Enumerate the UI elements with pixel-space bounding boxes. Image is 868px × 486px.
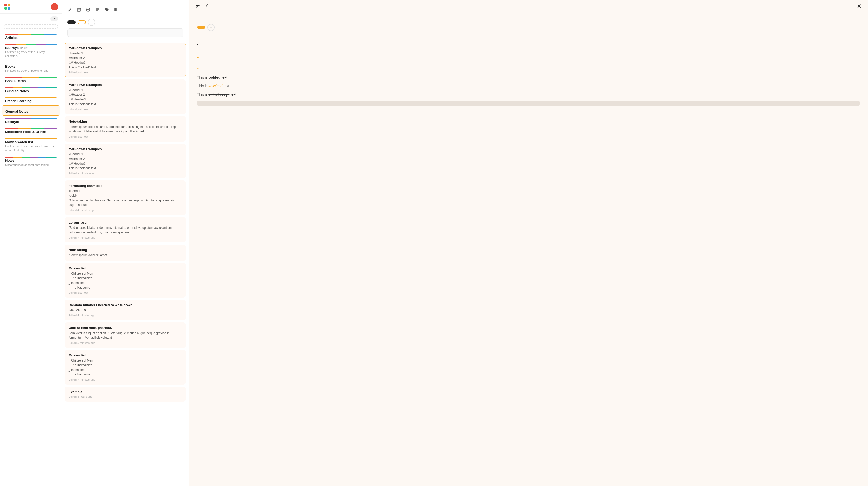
toolbar [67,7,183,16]
italic-text: italicised [209,84,222,88]
bundle-desc: Uncategorised general note-taking [5,163,57,167]
note-card-time: Edited 4 minutes ago [68,314,182,317]
sidebar-item-melbourne[interactable]: Melbourne Food & Drinks [2,126,60,136]
md-strike-paragraph: This is strikethrough text. [197,91,860,98]
note-card-title: Note-taking [68,248,182,252]
layout-icon [86,7,91,12]
detail-toolbar [189,0,868,13]
note-card[interactable]: Markdown Examples #Header 1##Header 2###… [65,43,186,78]
bundle-bar [5,118,57,119]
bundles-header: ▾ [0,14,62,23]
sidebar-list: Articles Blu-rays shelf For keeping trac… [0,31,62,481]
note-card[interactable]: Markdown Examples #Header 1##Header 2###… [65,144,186,178]
filter-general-button[interactable] [78,21,86,24]
note-card-body: _ Children of Men_ The Incredibles_ Ince… [68,358,182,377]
note-card[interactable]: Random number i needed to write down 349… [65,300,186,321]
sort-button[interactable] [95,7,100,13]
layout-button[interactable] [86,7,91,13]
delete-icon [205,4,211,9]
sidebar-item-movies[interactable]: Movies watch-list For keeping track of m… [2,136,60,154]
bundle-bar [5,108,56,109]
search-input[interactable] [67,28,183,37]
note-card-title: Movies list [68,266,182,270]
sidebar-item-notes[interactable]: Notes Uncategorised general note-taking [2,155,60,169]
bundle-bar [5,63,57,63]
sort-button[interactable]: ▾ [51,16,58,21]
note-card[interactable]: Movies list _ Children of Men_ The Incre… [65,263,186,298]
note-card[interactable]: Note-taking "Lorem ipsum dolor sit amet,… [65,116,186,142]
note-card-time: Edited just now [68,291,182,294]
tag-options-button[interactable] [104,7,109,13]
note-card-time: Edited just now [68,108,182,111]
svg-rect-2 [7,4,10,6]
h2-prefix: ·· [197,56,199,60]
note-card[interactable]: Odio ut sem nulla pharetra. Sem viverra … [65,323,186,348]
detail-panel: + · ·· ··· This is bolded text. This is … [189,0,868,486]
svg-rect-13 [114,8,115,11]
note-card[interactable]: Example Edited 3 hours ago [65,387,186,402]
boards-icon [114,7,119,12]
tag-add-button[interactable]: + [208,24,215,31]
sidebar-item-general[interactable]: General Notes [2,105,60,116]
modify-button[interactable] [67,7,72,13]
strike-text: strikethrough [209,92,229,96]
note-card[interactable]: Formatting examples #Header*bold*Odio ut… [65,180,186,215]
app-logo [4,3,13,10]
middle-header [62,0,189,16]
bundle-name: French Learning [5,99,57,103]
boards-button[interactable] [114,7,119,13]
note-card-title: Markdown Examples [68,83,182,87]
filter-add-button[interactable] [88,19,95,26]
delete-button[interactable] [205,4,211,9]
sort-icon [95,7,100,12]
sidebar-item-bundled[interactable]: Bundled Notes [2,85,60,95]
sidebar-item-french[interactable]: French Learning [2,95,60,105]
sidebar-item-books[interactable]: Books For keeping track of books to read… [2,61,60,75]
note-card-body: "Lorem ipsum dolor sit amet... [68,253,182,257]
note-card-time: Edited just now [68,71,182,74]
bold-text: bolded [209,75,220,80]
close-button[interactable] [857,4,862,9]
md-bold-paragraph: This is bolded text. [197,74,860,81]
note-card[interactable]: Movies list _ Children of Men_ The Incre… [65,350,186,385]
notes-archive-button[interactable] [76,7,81,13]
bundle-name: Notes [5,159,57,162]
note-card-title: Lorem Ipsum [68,220,182,224]
markdown-body: · ·· ··· This is bolded text. This is it… [197,37,860,106]
bundle-name: Books [5,64,57,68]
bundle-name: Melbourne Food & Drinks [5,130,57,134]
detail-tags: + [197,24,860,31]
filter-all-button[interactable] [67,21,75,24]
svg-point-12 [106,8,106,9]
note-card-time: Edited 7 minutes ago [68,378,182,381]
middle-panel: Markdown Examples #Header 1##Header 2###… [62,0,189,486]
detail-panel-wrapper: + · ·· ··· This is bolded text. This is … [189,0,868,486]
entries-info [62,39,189,43]
note-card[interactable]: Lorem Ipsum "Sed ut perspiciatis unde om… [65,217,186,242]
sidebar-item-blurays[interactable]: Blu-rays shelf For keeping track of the … [2,42,60,60]
sidebar-item-lifestyle[interactable]: Lifestyle [2,116,60,126]
note-card-body: "Sed ut perspiciatis unde omnis iste nat… [68,225,182,235]
archive-button[interactable] [195,4,200,9]
note-card[interactable]: Markdown Examples #Header 1##Header 2###… [65,80,186,114]
note-card-time: Edited 3 hours ago [68,395,182,398]
h3-prefix: ··· [197,67,199,70]
sidebar-item-articles[interactable]: Articles [2,32,60,42]
note-card-time: Edited 7 minutes ago [68,236,182,239]
note-card[interactable]: Note-taking "Lorem ipsum dolor sit amet.… [65,245,186,261]
note-card-title: Markdown Examples [68,46,182,50]
md-h1: · [197,37,860,50]
filter-row [62,16,189,26]
user-avatar[interactable] [51,3,58,10]
sidebar-item-booksdemo[interactable]: Books Demo [2,75,60,85]
note-card-body: #Header*bold*Odio ut sem nulla pharetra.… [68,189,182,207]
note-card-title: Odio ut sem nulla pharetra. [68,326,182,330]
bundle-desc: For keeping track of movies to watch, in… [5,144,57,152]
code-block [197,101,860,106]
bundle-name: Movies watch-list [5,140,57,144]
bundle-desc: For keeping track of books to read. [5,69,57,73]
add-bundle-button[interactable] [4,24,58,29]
tag-badge[interactable] [197,26,205,29]
bundle-bar [5,44,57,45]
note-card-time: Edited 4 minutes ago [68,209,182,212]
